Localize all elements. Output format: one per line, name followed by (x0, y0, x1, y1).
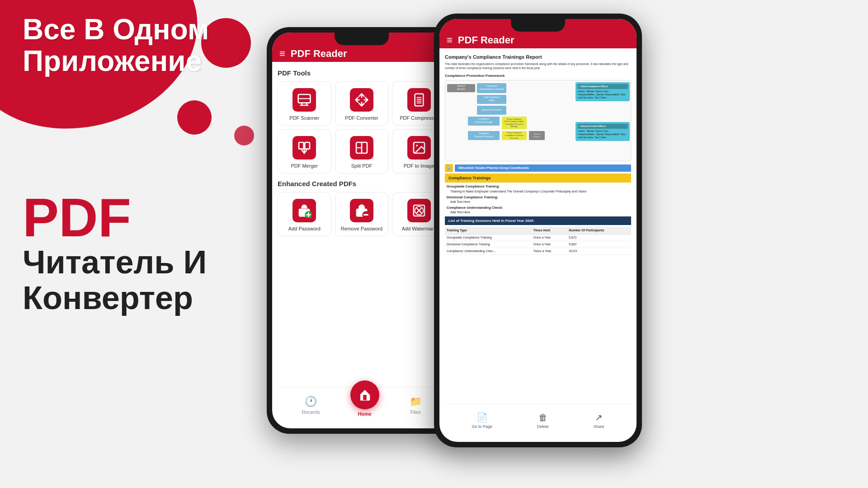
table-row-3: Compliance Understanding Chec... Twice a… (445, 248, 631, 254)
scanner-label: PDF Scanner (289, 115, 319, 121)
nav-share[interactable]: ↗ Share (594, 412, 604, 429)
delete-label: Delete (537, 424, 549, 429)
internal-callout: ✓ Internal Control Officer: • Name : Men… (576, 122, 630, 141)
phone1-device: ≡ PDF Reader PDF Tools PDF Scanner (267, 27, 457, 434)
training-table: Training Type Times Held Number Of Parti… (445, 227, 631, 254)
divisional-item: Divisional Compliance Training: Add Text… (445, 195, 631, 204)
converter-icon-wrap (350, 88, 373, 112)
nav-recents[interactable]: 🕐 Recents (302, 396, 320, 415)
converter-icon (354, 93, 369, 107)
tool-add-password[interactable]: Add Password (278, 192, 331, 236)
remove-password-icon-wrap (350, 199, 373, 222)
remove-password-label: Remove Password (341, 226, 382, 231)
row2-participants: 5,887 (567, 241, 631, 248)
reader-label: Читатель И (23, 244, 249, 280)
tagline-line2: Приложение (23, 45, 249, 77)
home-label: Home (358, 411, 372, 417)
split-icon-wrap (350, 136, 373, 160)
company-logo: 🏢 (445, 164, 453, 172)
hamburger-icon: ≡ (279, 48, 285, 60)
row2-times: Once a Year (532, 241, 567, 248)
recents-label: Recents (302, 409, 320, 415)
merger-label: PDF Merger (291, 163, 318, 169)
row3-participants: XXXX (567, 248, 631, 254)
nav-go-to-page[interactable]: 📄 Go to Page (472, 412, 492, 429)
share-icon: ↗ (595, 412, 603, 423)
col-training-type: Training Type (445, 227, 532, 234)
pdf-doc-subtitle: This slide illustrates the organization'… (445, 62, 631, 70)
phone2-app-title: PDF Reader (458, 34, 514, 46)
row1-times: Once a Year (532, 235, 567, 241)
nav-home[interactable]: Home (350, 394, 379, 417)
tool-split[interactable]: Split PDF (335, 129, 389, 174)
phone1-app-title: PDF Reader (291, 48, 347, 60)
svg-rect-15 (305, 142, 310, 149)
phone1-notch (335, 33, 389, 45)
org-chart: Board ofDirectors ComplianceImplementati… (445, 80, 631, 161)
phone2-notch (511, 19, 565, 32)
col-participants: Number Of Participants (567, 227, 631, 234)
phone1-content: PDF Tools PDF Scanner PDF Converter (272, 62, 451, 250)
go-to-page-icon: 📄 (476, 412, 488, 423)
pdf-doc-title: Company's Compliance Trainings Report (445, 54, 631, 61)
row2-type: Divisional Compliance Training (445, 241, 532, 248)
home-button[interactable] (350, 380, 379, 409)
merger-icon-wrap (292, 136, 316, 160)
org-box-chief: Chief ComplianceOfficer (477, 95, 506, 104)
row1-type: Groupwide Compliance Training (445, 235, 532, 241)
enhanced-pdfs-label: Enhanced Created PDFs (278, 180, 446, 188)
pdf-tools-grid: PDF Scanner PDF Converter PDF Compressor (278, 81, 446, 174)
training-table-header: List of Training Sessions Held In Fiscal… (445, 216, 631, 225)
phone1-bottom-nav: 🕐 Recents Home 📁 Files (278, 387, 446, 423)
table-row-1: Groupwide Compliance Training Once a Yea… (445, 235, 631, 241)
pdf-document: Company's Compliance Trainings Report Th… (439, 48, 637, 409)
recents-icon: 🕐 (305, 396, 317, 408)
org-box-compliance-impl: ComplianceImplementation Committee (477, 83, 506, 93)
phone1-screen: ≡ PDF Reader PDF Tools PDF Scanner (272, 33, 451, 428)
watermark-label: Add Watermark (402, 226, 436, 231)
converter-label: Конвертер (23, 280, 249, 316)
enhanced-grid: Add Password Remove Password (278, 192, 446, 236)
nav-files[interactable]: 📁 Files (410, 396, 422, 415)
tagline-line1: Все В Одном (23, 14, 249, 45)
org-box-group: Group CompaniesChief Compliance OfficerC… (502, 117, 527, 129)
scanner-icon (297, 93, 311, 107)
phone2-bottom-nav: 📄 Go to Page 🗑 Delete ↗ Share (445, 404, 631, 436)
share-label: Share (594, 424, 604, 429)
org-box-internal: Internal Control Office (477, 106, 506, 115)
org-box-hotline: InternalHotline (529, 131, 545, 140)
pdf-tools-label: PDF Tools (278, 69, 446, 77)
remove-password-icon (354, 203, 369, 218)
phone2-device: ≡ PDF Reader Company's Compliance Traini… (434, 14, 642, 447)
split-icon (354, 141, 369, 155)
add-password-icon-wrap (292, 199, 316, 222)
org-box-group2: Group CompaniesCompliance PromotionPerso… (502, 131, 527, 140)
svg-rect-9 (415, 94, 423, 106)
nav-delete[interactable]: 🗑 Delete (537, 413, 549, 429)
tool-converter[interactable]: PDF Converter (335, 81, 389, 126)
add-password-icon (297, 203, 311, 218)
compliance-trainings-header: Compliance Trainings (445, 174, 631, 183)
watermark-icon-wrap (407, 199, 431, 222)
col-times-held: Times Held (532, 227, 567, 234)
org-box-promo-person: CompliancePromotion Personnel (468, 131, 500, 140)
files-icon: 📁 (410, 396, 422, 408)
table-row-2: Divisional Compliance Training Once a Ye… (445, 241, 631, 248)
to-image-icon (412, 141, 426, 155)
phone2-hamburger-icon: ≡ (447, 34, 453, 46)
tool-scanner[interactable]: PDF Scanner (278, 81, 331, 126)
go-to-page-label: Go to Page (472, 424, 492, 429)
tool-merger[interactable]: PDF Merger (278, 129, 331, 174)
row3-type: Compliance Understanding Chec... (445, 248, 532, 254)
compressor-icon (412, 93, 426, 107)
to-image-label: PDF to Image (404, 163, 434, 169)
tool-remove-password[interactable]: Remove Password (335, 192, 389, 236)
phone2-screen: ≡ PDF Reader Company's Compliance Traini… (439, 19, 637, 442)
converter-label: PDF Converter (345, 115, 378, 121)
left-text-area: Все В Одном Приложение PDF Читатель И Ко… (23, 14, 249, 316)
pdf-framework-title: Compliance Promotion Framework (445, 73, 631, 78)
understanding-item: Compliance Understanding Check: Add Text… (445, 206, 631, 215)
chief-callout: ✓ Chief Compliance Officer: • Name : Men… (576, 82, 630, 101)
watermark-icon (412, 203, 426, 218)
pdf-label: PDF (23, 190, 249, 244)
